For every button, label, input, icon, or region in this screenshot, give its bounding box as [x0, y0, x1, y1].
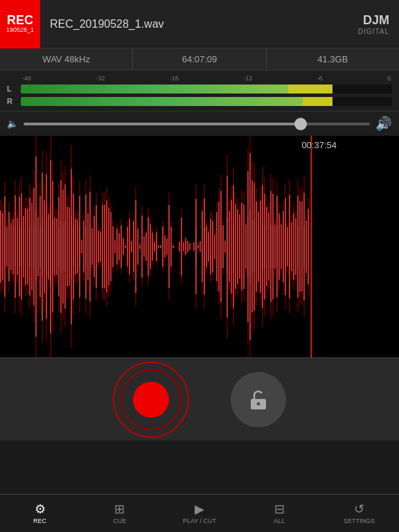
nav-cue-icon: ⊞: [114, 503, 125, 515]
vu-l-yellow: [288, 85, 332, 94]
controls-section: [0, 357, 399, 441]
brand-sub: DIGITAL: [358, 28, 389, 35]
waveform-section[interactable]: 00:37:54: [0, 136, 399, 357]
rec-badge-sub: 190528_1: [6, 26, 34, 34]
rec-button-mid: [121, 369, 181, 430]
vu-scale-labels: -48 -32 -18 -12 -6 0: [21, 75, 392, 82]
volume-track[interactable]: [24, 123, 370, 125]
db-label-0: 0: [387, 75, 391, 82]
nav-cue-label: CUE: [113, 517, 126, 524]
size-cell: 41.3GB: [267, 48, 399, 70]
rec-button[interactable]: [133, 382, 169, 418]
nav-settings-label: SETTINGS: [344, 517, 375, 524]
info-bar: WAV 48kHz 64:07:09 41.3GB: [0, 48, 399, 71]
djm-label: DJM DIGITAL: [358, 13, 399, 35]
vu-r-label: R: [7, 97, 21, 105]
nav-rec-icon: ⚙: [35, 503, 46, 515]
vu-l-green: [21, 85, 288, 94]
volume-slider-row: 🔈 🔊: [0, 112, 399, 136]
bottom-nav: ⚙ REC ⊞ CUE ▶ PLAY / CUT ⊟ ALL ↺ SETTING…: [0, 494, 399, 532]
nav-settings-icon: ↺: [354, 503, 364, 515]
vu-l-bar: [21, 85, 392, 94]
rec-badge-label: REC: [7, 14, 33, 26]
nav-play-label: PLAY / CUT: [183, 517, 216, 524]
db-label-48: -48: [22, 75, 31, 82]
volume-high-icon: 🔊: [375, 116, 392, 132]
header: REC 190528_1 REC_20190528_1.wav DJM DIGI…: [0, 0, 399, 48]
lock-button[interactable]: [231, 372, 286, 427]
vu-meters: -48 -32 -18 -12 -6 0 L R: [0, 71, 399, 112]
rec-button-outer: [113, 362, 189, 438]
filename-label: REC_20190528_1.wav: [40, 18, 358, 30]
vu-l-label: L: [7, 85, 21, 93]
format-cell: WAV 48kHz: [0, 48, 133, 70]
db-label-32: -32: [96, 75, 105, 82]
nav-item-all[interactable]: ⊟ ALL: [240, 495, 319, 532]
nav-all-label: ALL: [274, 517, 285, 524]
playhead: [311, 136, 312, 357]
duration-cell: 64:07:09: [133, 48, 266, 70]
rec-badge: REC 190528_1: [0, 0, 40, 48]
db-label-18: -18: [170, 75, 179, 82]
vu-r-yellow: [303, 97, 332, 106]
nav-item-cue[interactable]: ⊞ CUE: [80, 495, 159, 532]
brand-name: DJM: [358, 13, 389, 28]
nav-rec-label: REC: [33, 517, 46, 524]
volume-fill: [24, 123, 301, 125]
nav-play-icon: ▶: [195, 503, 204, 515]
nav-item-settings[interactable]: ↺ SETTINGS: [319, 495, 399, 532]
vu-r-row: R: [7, 96, 392, 107]
db-label-6: -6: [317, 75, 323, 82]
waveform-time: 00:37:54: [301, 140, 337, 150]
nav-item-play[interactable]: ▶ PLAY / CUT: [159, 495, 239, 532]
playhead-after: [311, 136, 399, 357]
volume-thumb[interactable]: [294, 118, 307, 130]
vu-l-row: L: [7, 83, 392, 94]
lock-icon: [246, 387, 271, 412]
nav-item-rec[interactable]: ⚙ REC: [0, 495, 80, 532]
svg-point-1: [257, 402, 260, 405]
nav-all-icon: ⊟: [274, 503, 285, 515]
volume-low-icon: 🔈: [7, 118, 18, 129]
vu-r-green: [21, 97, 303, 106]
vu-r-bar: [21, 97, 392, 106]
db-label-12: -12: [243, 75, 252, 82]
